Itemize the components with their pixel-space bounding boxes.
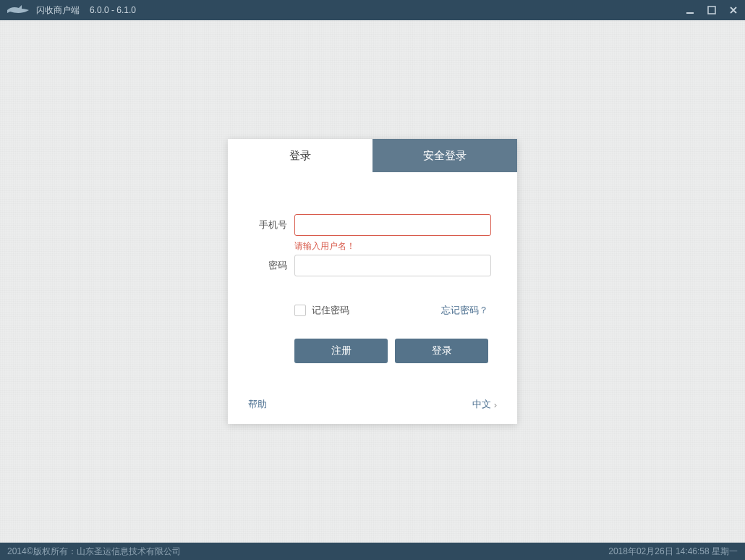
svg-rect-0 [686, 12, 694, 14]
close-button[interactable] [728, 4, 739, 16]
forgot-password-link[interactable]: 忘记密码？ [441, 304, 488, 317]
phone-row: 手机号 [254, 214, 491, 236]
app-window: 闪收商户端 6.0.0 - 6.1.0 登录 安全登录 手机号 [0, 0, 745, 560]
maximize-button[interactable] [706, 4, 718, 16]
phone-label: 手机号 [254, 219, 294, 232]
shark-logo-icon [6, 4, 30, 17]
datetime-text: 2018年02月26日 14:46:58 星期一 [608, 546, 738, 558]
titlebar-left: 闪收商户端 6.0.0 - 6.1.0 [6, 4, 684, 17]
password-label: 密码 [254, 259, 294, 272]
login-form: 手机号 请输入用户名！ 密码 记住密码 忘记密码？ [228, 172, 517, 381]
buttons-row: 注册 登录 [294, 339, 488, 363]
login-button[interactable]: 登录 [395, 339, 488, 363]
window-controls [684, 4, 739, 16]
tab-login[interactable]: 登录 [228, 139, 372, 172]
copyright-text: 2014©版权所有：山东圣运信息技术有限公司 [7, 546, 181, 558]
password-row: 密码 [254, 255, 491, 276]
help-link[interactable]: 帮助 [248, 398, 267, 411]
phone-input[interactable] [294, 214, 491, 236]
app-title: 闪收商户端 [36, 4, 80, 17]
remember-label: 记住密码 [312, 304, 349, 317]
language-selector[interactable]: 中文 › [472, 398, 497, 411]
language-label: 中文 [472, 398, 491, 411]
options-row: 记住密码 忘记密码？ [294, 304, 488, 317]
card-footer: 帮助 中文 › [228, 381, 517, 424]
tab-secure-login[interactable]: 安全登录 [372, 139, 517, 172]
remember-checkbox[interactable] [294, 305, 306, 316]
titlebar: 闪收商户端 6.0.0 - 6.1.0 [0, 0, 745, 20]
minimize-button[interactable] [684, 4, 696, 16]
content-area: 登录 安全登录 手机号 请输入用户名！ 密码 记住密码 [0, 20, 745, 543]
login-tabs: 登录 安全登录 [228, 139, 517, 172]
password-input[interactable] [294, 255, 491, 276]
svg-rect-1 [708, 7, 715, 14]
statusbar: 2014©版权所有：山东圣运信息技术有限公司 2018年02月26日 14:46… [0, 543, 745, 560]
phone-error: 请输入用户名！ [294, 240, 491, 253]
login-card: 登录 安全登录 手机号 请输入用户名！ 密码 记住密码 [228, 139, 517, 424]
chevron-right-icon: › [494, 399, 497, 410]
remember-password[interactable]: 记住密码 [294, 304, 349, 317]
app-version: 6.0.0 - 6.1.0 [90, 5, 136, 15]
register-button[interactable]: 注册 [294, 339, 388, 363]
spacer [254, 281, 491, 304]
